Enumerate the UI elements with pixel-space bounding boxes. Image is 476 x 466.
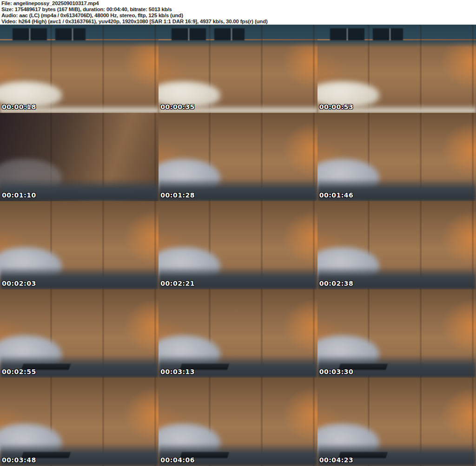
video-thumbnail: 00:00:18 [0,25,159,113]
video-info-line: Video: h264 (High) (avc1 / 0x31637661), … [1,19,476,25]
video-thumbnail: 00:04:23 [317,378,476,466]
video-thumbnail: 00:00:35 [159,25,317,113]
media-info-header: File: angelinepossy_202509010317.mp4 Siz… [0,0,476,25]
timestamp-overlay: 00:03:30 [319,368,354,375]
timestamp-overlay: 00:04:06 [160,456,195,464]
thumbnail-grid: 00:00:18 00:00:35 00:00:53 00:01:10 [0,25,476,466]
timestamp-overlay: 00:03:48 [2,456,36,464]
blurred-figure-art [376,40,449,113]
timestamp-overlay: 00:02:03 [2,280,36,287]
video-thumbnail: 00:02:21 [159,201,317,289]
video-thumbnail: 00:01:28 [159,113,317,201]
video-thumbnail: 00:02:38 [317,201,476,289]
video-thumbnail: 00:03:48 [0,378,159,466]
file-name-line: File: angelinepossy_202509010317.mp4 [1,0,476,7]
timestamp-overlay: 00:03:13 [160,368,195,375]
video-thumbnail: 00:01:10 [0,113,159,201]
timestamp-overlay: 00:04:23 [319,456,354,464]
file-size-line: Size: 175489617 bytes (167 MiB), duratio… [1,7,476,13]
audio-info-line: Audio: aac (LC) (mp4a / 0x6134706D), 480… [1,13,476,19]
video-thumbnail: 00:02:55 [0,289,159,378]
timestamp-overlay: 00:00:53 [319,103,354,111]
blurred-figure-art [53,40,126,113]
timestamp-overlay: 00:02:55 [2,368,36,375]
timestamp-overlay: 00:00:18 [2,103,36,111]
video-thumbnail: 00:04:06 [159,378,317,466]
timestamp-overlay: 00:01:46 [319,191,354,199]
timestamp-overlay: 00:00:35 [160,103,195,111]
timestamp-overlay: 00:02:21 [160,280,195,287]
video-thumbnail: 00:03:30 [317,289,476,378]
timestamp-overlay: 00:01:10 [2,191,36,199]
timestamp-overlay: 00:01:28 [160,191,195,199]
video-thumbnail: 00:03:13 [159,289,317,378]
blurred-figure-art [201,40,274,113]
video-thumbnail: 00:02:03 [0,201,159,289]
video-thumbnail: 00:00:53 [317,25,476,113]
timestamp-overlay: 00:02:38 [319,280,354,287]
video-thumbnail: 00:01:46 [317,113,476,201]
